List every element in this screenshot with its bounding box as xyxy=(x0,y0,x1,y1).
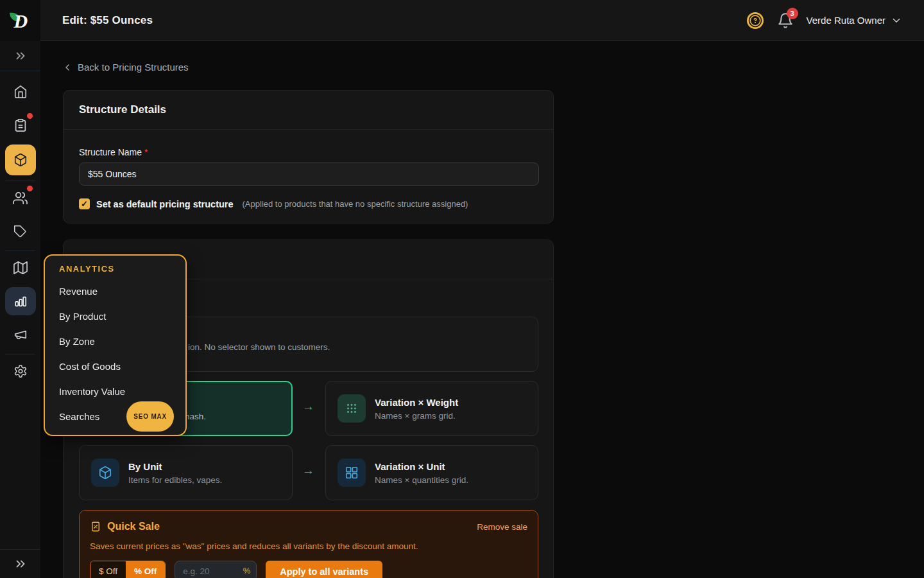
sidebar-expand-button[interactable] xyxy=(0,41,40,71)
sidebar-nav xyxy=(0,41,40,578)
brand-logo-icon: D xyxy=(10,10,31,31)
user-name: Verde Ruta Owner xyxy=(807,15,886,26)
variation-weight-title: Variation × Weight xyxy=(375,397,458,408)
analytics-menu-title: ANALYTICS xyxy=(59,264,185,274)
users-icon xyxy=(13,191,28,206)
structure-details-card: Structure Details Structure Name* ✓ Set … xyxy=(63,90,554,223)
required-asterisk: * xyxy=(144,147,148,157)
by-unit-title: By Unit xyxy=(128,461,222,472)
menu-item-searches[interactable]: Searches SEO MAX xyxy=(45,404,185,429)
analytics-flyout-menu: ANALYTICS Revenue By Product By Zone Cos… xyxy=(44,254,187,436)
chevron-left-icon xyxy=(62,62,73,73)
single-price-description: ion. No selector shown to customers. xyxy=(188,342,330,352)
sidebar-item-zones[interactable] xyxy=(5,254,36,282)
page-title: Edit: $55 Ounces xyxy=(62,14,153,27)
quick-sale-description: Saves current prices as "was" prices and… xyxy=(90,541,527,551)
arrow-right-icon: → xyxy=(302,399,314,414)
seo-max-badge: SEO MAX xyxy=(126,401,174,432)
by-unit-description: Items for edibles, vapes. xyxy=(128,475,222,485)
megaphone-icon xyxy=(13,328,28,342)
orders-alert-dot xyxy=(27,113,33,119)
sidebar-item-marketing[interactable] xyxy=(5,320,36,349)
back-to-pricing-structures-link[interactable]: Back to Pricing Structures xyxy=(62,62,189,73)
remove-sale-link[interactable]: Remove sale xyxy=(477,522,527,532)
squares-grid-icon xyxy=(338,459,366,487)
user-menu[interactable]: Verde Ruta Owner xyxy=(807,15,902,26)
tag-icon xyxy=(13,225,27,238)
help-icon[interactable] xyxy=(746,12,764,30)
apply-to-all-variants-button[interactable]: Apply to all variants xyxy=(266,561,382,578)
default-structure-label: Set as default pricing structure xyxy=(96,199,234,209)
gear-icon xyxy=(13,364,28,378)
menu-item-cost-of-goods[interactable]: Cost of Goods xyxy=(45,354,185,379)
main-content: Back to Pricing Structures Structure Det… xyxy=(40,41,924,578)
variation-unit-description: Names × quantities grid. xyxy=(375,475,468,485)
notifications-bell-icon[interactable]: 3 xyxy=(777,12,794,29)
default-structure-checkbox[interactable]: ✓ xyxy=(79,198,90,209)
pricing-option-by-unit[interactable]: By Unit Items for edibles, vapes. xyxy=(79,445,293,500)
menu-item-by-product[interactable]: By Product xyxy=(45,304,185,329)
bar-chart-icon xyxy=(13,294,28,308)
dollar-off-button[interactable]: $ Off xyxy=(90,561,126,578)
discount-type-toggle: $ Off % Off xyxy=(90,561,166,578)
quick-sale-title: Quick Sale xyxy=(107,521,160,532)
notification-count-badge: 3 xyxy=(787,8,798,19)
variation-weight-description: Names × grams grid. xyxy=(375,411,458,421)
sidebar-item-settings[interactable] xyxy=(5,357,36,385)
dots-grid-icon xyxy=(338,394,366,423)
sidebar-item-products-active[interactable] xyxy=(5,144,36,175)
map-icon xyxy=(13,261,28,275)
sidebar-item-analytics-active[interactable] xyxy=(5,287,36,315)
structure-name-input[interactable] xyxy=(79,162,539,186)
sidebar-item-customers[interactable] xyxy=(5,184,36,212)
structure-name-label: Structure Name* xyxy=(79,147,148,157)
clipboard-icon xyxy=(13,118,28,132)
percent-off-button[interactable]: % Off xyxy=(126,561,165,578)
quick-sale-panel: Quick Sale Remove sale Saves current pri… xyxy=(79,510,538,578)
menu-item-revenue[interactable]: Revenue xyxy=(45,279,185,304)
sidebar-item-home[interactable] xyxy=(5,78,36,106)
variation-unit-title: Variation × Unit xyxy=(375,461,468,472)
arrow-right-icon: → xyxy=(302,464,314,478)
sidebar-item-orders[interactable] xyxy=(5,111,36,139)
chevron-down-icon xyxy=(891,15,902,26)
percent-suffix: % xyxy=(243,566,251,575)
sidebar-collapse-button[interactable] xyxy=(0,550,40,578)
structure-details-title: Structure Details xyxy=(79,103,166,116)
by-weight-description: hash. xyxy=(185,412,206,421)
customers-alert-dot xyxy=(27,186,33,191)
box-icon xyxy=(13,153,28,167)
sidebar-item-tags[interactable] xyxy=(5,217,36,245)
menu-item-inventory-value[interactable]: Inventory Value xyxy=(45,379,185,404)
pricing-option-variation-unit[interactable]: Variation × Unit Names × quantities grid… xyxy=(325,445,538,500)
default-structure-hint: (Applied to products that have no specif… xyxy=(243,199,468,209)
pricing-option-variation-weight[interactable]: Variation × Weight Names × grams grid. xyxy=(325,381,538,436)
home-icon xyxy=(13,85,28,99)
top-header: D Edit: $55 Ounces 3 Verde Ruta Owner xyxy=(0,0,924,41)
menu-item-by-zone[interactable]: By Zone xyxy=(45,329,185,354)
app-logo[interactable]: D xyxy=(0,0,40,41)
sale-ticket-icon xyxy=(90,521,101,532)
cube-icon xyxy=(91,459,119,487)
